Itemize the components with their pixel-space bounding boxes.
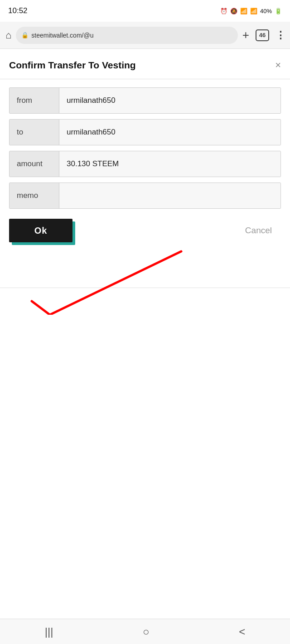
battery-label: 40% <box>260 8 272 14</box>
nav-home-button[interactable]: ○ <box>143 625 150 638</box>
annotation-arrow <box>9 242 281 279</box>
from-row: from urmilanath650 <box>9 87 281 114</box>
nav-back-icon: < <box>239 625 245 638</box>
status-bar: 10:52 ⏰ 🔕 📶 📶 40% 🔋 <box>0 0 290 22</box>
amount-row: amount 30.130 STEEM <box>9 151 281 177</box>
home-icon[interactable]: ⌂ <box>5 29 11 41</box>
dialog-title: Confirm Transfer To Vesting <box>9 60 136 71</box>
wifi-icon: 📶 <box>240 8 247 14</box>
browser-menu-button[interactable]: ⋮ <box>276 29 285 41</box>
to-value: urmilanath650 <box>59 120 280 145</box>
url-text: steemitwallet.com/@u <box>31 32 93 39</box>
memo-value <box>59 183 280 208</box>
close-button[interactable]: × <box>275 60 281 70</box>
amount-label: amount <box>10 151 59 177</box>
security-icon: 🔒 <box>21 32 29 38</box>
dialog-actions: Ok Cancel <box>9 219 281 242</box>
browser-bar: ⌂ 🔒 steemitwallet.com/@u + 46 ⋮ <box>0 22 290 49</box>
signal-icon: 📶 <box>250 8 257 14</box>
red-arrow-svg <box>9 242 190 315</box>
tab-count[interactable]: 46 <box>256 29 269 41</box>
url-bar[interactable]: 🔒 steemitwallet.com/@u <box>16 27 238 44</box>
alarm-icon: ⏰ <box>220 8 227 14</box>
header-divider <box>0 79 290 79</box>
confirm-transfer-dialog: Confirm Transfer To Vesting × from urmil… <box>0 49 290 288</box>
dialog-header: Confirm Transfer To Vesting × <box>9 60 281 71</box>
nav-menu-icon: ||| <box>45 625 53 638</box>
ok-button-wrapper: Ok <box>9 219 72 242</box>
status-icons: ⏰ 🔕 📶 📶 40% 🔋 <box>220 8 282 14</box>
amount-value: 30.130 STEEM <box>59 151 280 177</box>
to-row: to urmilanath650 <box>9 119 281 145</box>
from-value: urmilanath650 <box>59 88 280 113</box>
battery-icon: 🔋 <box>275 8 282 14</box>
memo-label: memo <box>10 183 59 208</box>
ok-button[interactable]: Ok <box>9 219 72 242</box>
browser-actions: + 46 ⋮ <box>242 28 285 42</box>
to-label: to <box>10 120 59 145</box>
add-tab-button[interactable]: + <box>242 28 249 42</box>
mute-icon: 🔕 <box>230 8 237 14</box>
status-time: 10:52 <box>8 6 28 15</box>
bottom-nav: ||| ○ < <box>0 619 290 644</box>
cancel-button[interactable]: Cancel <box>236 219 281 242</box>
nav-menu-button[interactable]: ||| <box>45 625 53 638</box>
from-label: from <box>10 88 59 113</box>
nav-back-button[interactable]: < <box>239 625 245 638</box>
nav-home-icon: ○ <box>143 625 150 638</box>
memo-row: memo <box>9 183 281 209</box>
